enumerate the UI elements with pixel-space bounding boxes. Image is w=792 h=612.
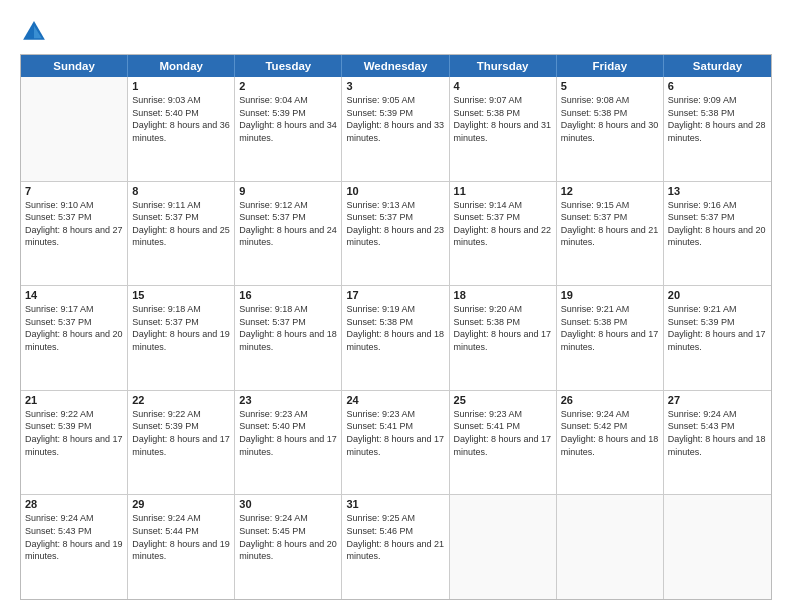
day-number: 14 bbox=[25, 289, 123, 301]
page: SundayMondayTuesdayWednesdayThursdayFrid… bbox=[0, 0, 792, 612]
day-number: 31 bbox=[346, 498, 444, 510]
calendar-day-header: Thursday bbox=[450, 55, 557, 77]
day-number: 5 bbox=[561, 80, 659, 92]
calendar-cell: 27Sunrise: 9:24 AMSunset: 5:43 PMDayligh… bbox=[664, 391, 771, 495]
day-number: 30 bbox=[239, 498, 337, 510]
calendar-cell: 18Sunrise: 9:20 AMSunset: 5:38 PMDayligh… bbox=[450, 286, 557, 390]
day-info: Sunrise: 9:25 AMSunset: 5:46 PMDaylight:… bbox=[346, 512, 444, 562]
calendar-cell: 12Sunrise: 9:15 AMSunset: 5:37 PMDayligh… bbox=[557, 182, 664, 286]
calendar-cell: 20Sunrise: 9:21 AMSunset: 5:39 PMDayligh… bbox=[664, 286, 771, 390]
day-number: 16 bbox=[239, 289, 337, 301]
calendar-cell: 10Sunrise: 9:13 AMSunset: 5:37 PMDayligh… bbox=[342, 182, 449, 286]
calendar-cell: 23Sunrise: 9:23 AMSunset: 5:40 PMDayligh… bbox=[235, 391, 342, 495]
calendar-body: 1Sunrise: 9:03 AMSunset: 5:40 PMDaylight… bbox=[21, 77, 771, 599]
day-info: Sunrise: 9:09 AMSunset: 5:38 PMDaylight:… bbox=[668, 94, 767, 144]
day-info: Sunrise: 9:08 AMSunset: 5:38 PMDaylight:… bbox=[561, 94, 659, 144]
day-info: Sunrise: 9:17 AMSunset: 5:37 PMDaylight:… bbox=[25, 303, 123, 353]
day-info: Sunrise: 9:22 AMSunset: 5:39 PMDaylight:… bbox=[25, 408, 123, 458]
calendar-cell: 24Sunrise: 9:23 AMSunset: 5:41 PMDayligh… bbox=[342, 391, 449, 495]
calendar-cell bbox=[21, 77, 128, 181]
day-info: Sunrise: 9:22 AMSunset: 5:39 PMDaylight:… bbox=[132, 408, 230, 458]
calendar-cell: 25Sunrise: 9:23 AMSunset: 5:41 PMDayligh… bbox=[450, 391, 557, 495]
day-number: 12 bbox=[561, 185, 659, 197]
day-number: 8 bbox=[132, 185, 230, 197]
calendar-week: 7Sunrise: 9:10 AMSunset: 5:37 PMDaylight… bbox=[21, 181, 771, 286]
day-number: 15 bbox=[132, 289, 230, 301]
calendar-cell: 3Sunrise: 9:05 AMSunset: 5:39 PMDaylight… bbox=[342, 77, 449, 181]
calendar-cell: 15Sunrise: 9:18 AMSunset: 5:37 PMDayligh… bbox=[128, 286, 235, 390]
day-info: Sunrise: 9:12 AMSunset: 5:37 PMDaylight:… bbox=[239, 199, 337, 249]
day-info: Sunrise: 9:24 AMSunset: 5:42 PMDaylight:… bbox=[561, 408, 659, 458]
logo-icon bbox=[20, 18, 48, 46]
calendar-cell: 6Sunrise: 9:09 AMSunset: 5:38 PMDaylight… bbox=[664, 77, 771, 181]
day-info: Sunrise: 9:18 AMSunset: 5:37 PMDaylight:… bbox=[239, 303, 337, 353]
day-number: 26 bbox=[561, 394, 659, 406]
day-info: Sunrise: 9:24 AMSunset: 5:45 PMDaylight:… bbox=[239, 512, 337, 562]
day-info: Sunrise: 9:18 AMSunset: 5:37 PMDaylight:… bbox=[132, 303, 230, 353]
day-number: 11 bbox=[454, 185, 552, 197]
logo bbox=[20, 18, 52, 46]
calendar-day-header: Monday bbox=[128, 55, 235, 77]
day-number: 24 bbox=[346, 394, 444, 406]
calendar-cell: 26Sunrise: 9:24 AMSunset: 5:42 PMDayligh… bbox=[557, 391, 664, 495]
day-info: Sunrise: 9:19 AMSunset: 5:38 PMDaylight:… bbox=[346, 303, 444, 353]
day-info: Sunrise: 9:04 AMSunset: 5:39 PMDaylight:… bbox=[239, 94, 337, 144]
day-info: Sunrise: 9:21 AMSunset: 5:38 PMDaylight:… bbox=[561, 303, 659, 353]
day-info: Sunrise: 9:24 AMSunset: 5:43 PMDaylight:… bbox=[668, 408, 767, 458]
day-info: Sunrise: 9:07 AMSunset: 5:38 PMDaylight:… bbox=[454, 94, 552, 144]
day-info: Sunrise: 9:13 AMSunset: 5:37 PMDaylight:… bbox=[346, 199, 444, 249]
calendar-cell bbox=[450, 495, 557, 599]
calendar-cell: 28Sunrise: 9:24 AMSunset: 5:43 PMDayligh… bbox=[21, 495, 128, 599]
day-info: Sunrise: 9:20 AMSunset: 5:38 PMDaylight:… bbox=[454, 303, 552, 353]
day-number: 10 bbox=[346, 185, 444, 197]
day-number: 20 bbox=[668, 289, 767, 301]
day-info: Sunrise: 9:05 AMSunset: 5:39 PMDaylight:… bbox=[346, 94, 444, 144]
calendar-day-header: Sunday bbox=[21, 55, 128, 77]
calendar-cell: 19Sunrise: 9:21 AMSunset: 5:38 PMDayligh… bbox=[557, 286, 664, 390]
day-number: 21 bbox=[25, 394, 123, 406]
day-number: 25 bbox=[454, 394, 552, 406]
calendar: SundayMondayTuesdayWednesdayThursdayFrid… bbox=[20, 54, 772, 600]
day-number: 13 bbox=[668, 185, 767, 197]
day-number: 22 bbox=[132, 394, 230, 406]
calendar-cell: 16Sunrise: 9:18 AMSunset: 5:37 PMDayligh… bbox=[235, 286, 342, 390]
day-number: 17 bbox=[346, 289, 444, 301]
day-number: 6 bbox=[668, 80, 767, 92]
calendar-cell: 11Sunrise: 9:14 AMSunset: 5:37 PMDayligh… bbox=[450, 182, 557, 286]
calendar-week: 14Sunrise: 9:17 AMSunset: 5:37 PMDayligh… bbox=[21, 285, 771, 390]
day-number: 9 bbox=[239, 185, 337, 197]
day-number: 23 bbox=[239, 394, 337, 406]
day-number: 19 bbox=[561, 289, 659, 301]
calendar-cell: 8Sunrise: 9:11 AMSunset: 5:37 PMDaylight… bbox=[128, 182, 235, 286]
day-info: Sunrise: 9:23 AMSunset: 5:40 PMDaylight:… bbox=[239, 408, 337, 458]
day-info: Sunrise: 9:16 AMSunset: 5:37 PMDaylight:… bbox=[668, 199, 767, 249]
day-number: 18 bbox=[454, 289, 552, 301]
calendar-cell: 30Sunrise: 9:24 AMSunset: 5:45 PMDayligh… bbox=[235, 495, 342, 599]
calendar-cell: 29Sunrise: 9:24 AMSunset: 5:44 PMDayligh… bbox=[128, 495, 235, 599]
calendar-cell: 14Sunrise: 9:17 AMSunset: 5:37 PMDayligh… bbox=[21, 286, 128, 390]
day-info: Sunrise: 9:23 AMSunset: 5:41 PMDaylight:… bbox=[346, 408, 444, 458]
calendar-header: SundayMondayTuesdayWednesdayThursdayFrid… bbox=[21, 55, 771, 77]
calendar-day-header: Tuesday bbox=[235, 55, 342, 77]
calendar-cell: 7Sunrise: 9:10 AMSunset: 5:37 PMDaylight… bbox=[21, 182, 128, 286]
day-info: Sunrise: 9:15 AMSunset: 5:37 PMDaylight:… bbox=[561, 199, 659, 249]
day-info: Sunrise: 9:14 AMSunset: 5:37 PMDaylight:… bbox=[454, 199, 552, 249]
day-number: 4 bbox=[454, 80, 552, 92]
day-number: 2 bbox=[239, 80, 337, 92]
day-info: Sunrise: 9:03 AMSunset: 5:40 PMDaylight:… bbox=[132, 94, 230, 144]
day-info: Sunrise: 9:23 AMSunset: 5:41 PMDaylight:… bbox=[454, 408, 552, 458]
calendar-cell: 4Sunrise: 9:07 AMSunset: 5:38 PMDaylight… bbox=[450, 77, 557, 181]
calendar-cell: 17Sunrise: 9:19 AMSunset: 5:38 PMDayligh… bbox=[342, 286, 449, 390]
day-number: 3 bbox=[346, 80, 444, 92]
day-info: Sunrise: 9:21 AMSunset: 5:39 PMDaylight:… bbox=[668, 303, 767, 353]
calendar-cell: 1Sunrise: 9:03 AMSunset: 5:40 PMDaylight… bbox=[128, 77, 235, 181]
day-number: 29 bbox=[132, 498, 230, 510]
calendar-cell: 9Sunrise: 9:12 AMSunset: 5:37 PMDaylight… bbox=[235, 182, 342, 286]
day-number: 28 bbox=[25, 498, 123, 510]
calendar-cell: 13Sunrise: 9:16 AMSunset: 5:37 PMDayligh… bbox=[664, 182, 771, 286]
calendar-week: 21Sunrise: 9:22 AMSunset: 5:39 PMDayligh… bbox=[21, 390, 771, 495]
calendar-week: 1Sunrise: 9:03 AMSunset: 5:40 PMDaylight… bbox=[21, 77, 771, 181]
day-info: Sunrise: 9:10 AMSunset: 5:37 PMDaylight:… bbox=[25, 199, 123, 249]
calendar-cell: 2Sunrise: 9:04 AMSunset: 5:39 PMDaylight… bbox=[235, 77, 342, 181]
calendar-cell bbox=[557, 495, 664, 599]
